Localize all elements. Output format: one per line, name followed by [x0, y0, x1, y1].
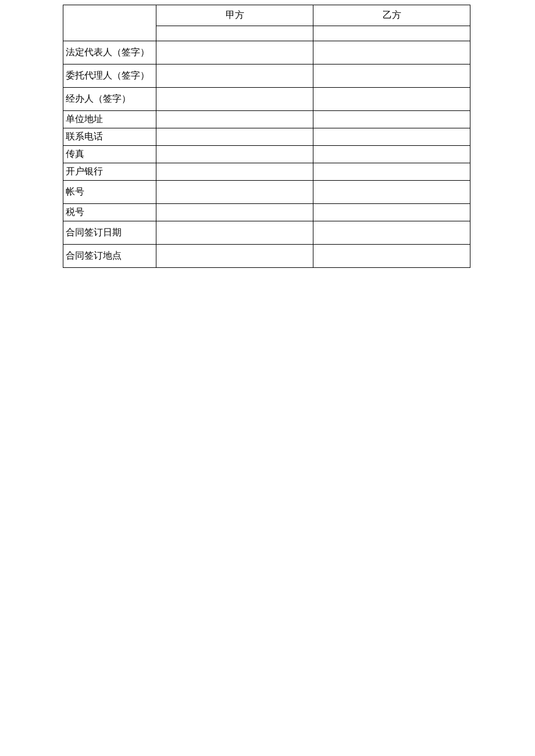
table-row: 开户银行	[63, 163, 470, 181]
cell-party-b	[313, 111, 470, 128]
row-label-handler: 经办人（签字）	[63, 88, 156, 111]
row-label-agent: 委托代理人（签字）	[63, 65, 156, 88]
cell-party-b	[313, 163, 470, 181]
cell-party-b	[313, 221, 470, 245]
row-label-address: 单位地址	[63, 111, 156, 128]
row-label-account: 帐号	[63, 181, 156, 204]
row-label-phone: 联系电话	[63, 128, 156, 146]
cell-party-b	[313, 88, 470, 111]
header-party-a: 甲方	[156, 5, 313, 26]
row-label-sign-place: 合同签订地点	[63, 245, 156, 268]
cell-party-b	[313, 181, 470, 204]
cell-party-b	[313, 204, 470, 221]
table-row: 税号	[63, 204, 470, 221]
cell-party-b	[313, 128, 470, 146]
row-label-bank: 开户银行	[63, 163, 156, 181]
cell-party-a	[156, 128, 313, 146]
header-party-b: 乙方	[313, 5, 470, 26]
cell-party-a	[156, 245, 313, 268]
table-row: 合同签订日期	[63, 221, 470, 245]
cell-party-a	[156, 163, 313, 181]
header-party-b-sub	[313, 26, 470, 41]
cell-party-a	[156, 204, 313, 221]
cell-party-a	[156, 88, 313, 111]
row-label-fax: 传真	[63, 146, 156, 163]
cell-party-b	[313, 146, 470, 163]
table-row: 经办人（签字）	[63, 88, 470, 111]
cell-party-a	[156, 181, 313, 204]
cell-party-a	[156, 221, 313, 245]
table-row: 单位地址	[63, 111, 470, 128]
cell-party-b	[313, 245, 470, 268]
cell-party-b	[313, 65, 470, 88]
table-row: 联系电话	[63, 128, 470, 146]
table-row: 委托代理人（签字）	[63, 65, 470, 88]
contract-signature-table: 甲方 乙方 法定代表人（签字） 委托代理人（签字） 经办人（签字） 单位地址 联…	[63, 5, 470, 268]
cell-party-a	[156, 111, 313, 128]
row-label-legal-rep: 法定代表人（签字）	[63, 41, 156, 65]
cell-party-a	[156, 41, 313, 65]
table-row: 传真	[63, 146, 470, 163]
table-row: 合同签订地点	[63, 245, 470, 268]
table-row: 法定代表人（签字）	[63, 41, 470, 65]
cell-party-a	[156, 65, 313, 88]
cell-party-a	[156, 146, 313, 163]
header-blank-cell	[63, 5, 156, 41]
table-header-row: 甲方 乙方	[63, 5, 470, 26]
table-row: 帐号	[63, 181, 470, 204]
cell-party-b	[313, 41, 470, 65]
header-party-a-sub	[156, 26, 313, 41]
row-label-tax: 税号	[63, 204, 156, 221]
row-label-sign-date: 合同签订日期	[63, 221, 156, 245]
